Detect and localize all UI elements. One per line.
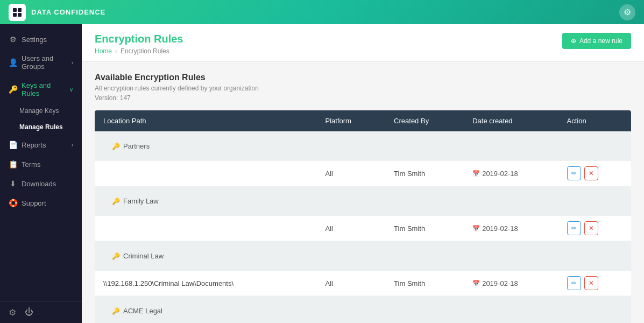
add-rule-button[interactable]: ⊕ Add a new rule (562, 33, 631, 49)
breadcrumb-home[interactable]: Home (95, 47, 112, 55)
table-group-row: 🔑Criminal Law (95, 241, 631, 271)
reports-icon: 📄 (9, 141, 17, 149)
cell-action: ✏ ✕ (558, 216, 632, 241)
key-icon: 🔑 (112, 307, 120, 315)
delete-button[interactable]: ✕ (584, 276, 598, 290)
cell-platform: All (317, 216, 386, 241)
sidebar-item-label: Users and Groups (22, 54, 67, 71)
cell-action: ✏ ✕ (558, 161, 632, 186)
app-title: DATA CONFIDENCE (31, 8, 105, 16)
cell-date: 📅2019-02-18 (464, 216, 558, 241)
cell-location: \\192.168.1.250\Criminal Law\Documents\ (95, 271, 317, 296)
sidebar-nav: ⚙ Settings 👤 Users and Groups › 🔑 Keys a… (0, 24, 82, 301)
plus-icon: ⊕ (571, 37, 576, 45)
sidebar-item-downloads[interactable]: ⬇ Downloads (0, 174, 82, 193)
sidebar-item-label: Terms (22, 160, 40, 168)
sidebar-item-label: Reports (22, 141, 46, 149)
footer-settings-icon[interactable]: ⚙ (9, 307, 16, 318)
group-name: Criminal Law (123, 252, 164, 260)
page-header: Encryption Rules Home › Encryption Rules… (82, 24, 644, 62)
footer-power-icon[interactable]: ⏻ (25, 307, 33, 318)
sidebar-sub-item-manage-keys[interactable]: Manage Keys (11, 103, 82, 119)
support-icon: 🛟 (9, 199, 17, 207)
cell-action: ✏ ✕ (558, 271, 632, 296)
table-row: \\192.168.1.250\Criminal Law\Documents\ … (95, 271, 631, 296)
delete-button[interactable]: ✕ (584, 221, 598, 235)
col-platform: Platform (317, 110, 386, 131)
key-icon: 🔑 (112, 198, 120, 205)
add-rule-label: Add a new rule (579, 37, 622, 45)
cell-platform: All (317, 271, 386, 296)
sidebar-footer: ⚙ ⏻ (0, 301, 82, 323)
sidebar-item-support[interactable]: 🛟 Support (0, 193, 82, 213)
section-title: Available Encryption Rules (95, 73, 631, 82)
sidebar: ⚙ Settings 👤 Users and Groups › 🔑 Keys a… (0, 24, 82, 323)
topbar: DATA CONFIDENCE ⚙ (0, 0, 644, 24)
topbar-settings-icon[interactable]: ⚙ (619, 4, 635, 20)
cell-created-by: Tim Smith (385, 216, 464, 241)
breadcrumb-current: Encryption Rules (121, 47, 169, 55)
sidebar-item-settings[interactable]: ⚙ Settings (0, 30, 82, 49)
col-created-by: Created By (385, 110, 464, 131)
cell-location (95, 161, 317, 186)
col-location: Location Path (95, 110, 317, 131)
sidebar-item-label: Support (22, 199, 46, 207)
calendar-icon: 📅 (472, 170, 480, 177)
edit-button[interactable]: ✏ (567, 276, 581, 290)
col-date: Date created (464, 110, 558, 131)
cell-created-by: Tim Smith (385, 161, 464, 186)
breadcrumb: Home › Encryption Rules (95, 47, 183, 55)
sidebar-item-keys[interactable]: 🔑 Keys and Rules ∨ (0, 76, 82, 103)
sidebar-sub-item-manage-rules[interactable]: Manage Rules (11, 119, 82, 135)
page-title-area: Encryption Rules Home › Encryption Rules (95, 33, 183, 55)
calendar-icon: 📅 (472, 225, 480, 232)
table-row: All Tim Smith 📅2019-02-18 ✏ ✕ (95, 161, 631, 186)
cell-date: 📅2019-02-18 (464, 161, 558, 186)
section-version: Version: 147 (95, 94, 631, 102)
chevron-right-icon: › (72, 60, 73, 66)
key-icon: 🔑 (112, 143, 120, 150)
logo (9, 4, 26, 21)
chevron-down-icon: ∨ (69, 87, 73, 93)
users-icon: 👤 (9, 58, 17, 67)
cell-created-by: Tim Smith (385, 271, 464, 296)
group-name: ACME Legal (123, 307, 162, 315)
main-content: Encryption Rules Home › Encryption Rules… (82, 24, 644, 323)
table-group-row: 🔑Partners (95, 131, 631, 161)
section-subtitle: All encryption rules currently defined b… (95, 85, 631, 92)
sidebar-item-terms[interactable]: 📋 Terms (0, 155, 82, 174)
cell-platform: All (317, 161, 386, 186)
svg-rect-0 (13, 8, 17, 12)
edit-button[interactable]: ✏ (567, 221, 581, 235)
brand: DATA CONFIDENCE (9, 4, 105, 21)
svg-rect-3 (18, 13, 22, 17)
group-name: Family Law (123, 197, 159, 205)
group-name: Partners (123, 142, 150, 150)
manage-rules-label: Manage Rules (19, 123, 63, 131)
content-body: Available Encryption Rules All encryptio… (82, 62, 644, 323)
rules-table: Location Path Platform Created By Date c… (95, 110, 631, 323)
calendar-icon: 📅 (472, 280, 480, 287)
settings-icon: ⚙ (9, 35, 17, 44)
terms-icon: 📋 (9, 160, 17, 168)
table-header-row: Location Path Platform Created By Date c… (95, 110, 631, 131)
breadcrumb-separator: › (115, 47, 117, 55)
cell-date: 📅2019-02-18 (464, 271, 558, 296)
sidebar-item-label: Downloads (22, 180, 56, 188)
edit-button[interactable]: ✏ (567, 166, 581, 180)
table-group-row: 🔑ACME Legal (95, 296, 631, 324)
svg-rect-2 (13, 13, 17, 17)
col-action: Action (558, 110, 632, 131)
sidebar-item-label: Settings (22, 36, 47, 44)
page-title: Encryption Rules (95, 33, 183, 45)
delete-button[interactable]: ✕ (584, 166, 598, 180)
cell-location (95, 216, 317, 241)
sidebar-item-users[interactable]: 👤 Users and Groups › (0, 49, 82, 76)
downloads-icon: ⬇ (9, 179, 17, 188)
manage-keys-label: Manage Keys (19, 107, 59, 115)
sidebar-item-reports[interactable]: 📄 Reports › (0, 135, 82, 155)
table-row: All Tim Smith 📅2019-02-18 ✏ ✕ (95, 216, 631, 241)
table-group-row: 🔑Family Law (95, 186, 631, 216)
sidebar-sub-menu: Manage Keys Manage Rules (0, 103, 82, 135)
body-layout: ⚙ Settings 👤 Users and Groups › 🔑 Keys a… (0, 24, 644, 323)
